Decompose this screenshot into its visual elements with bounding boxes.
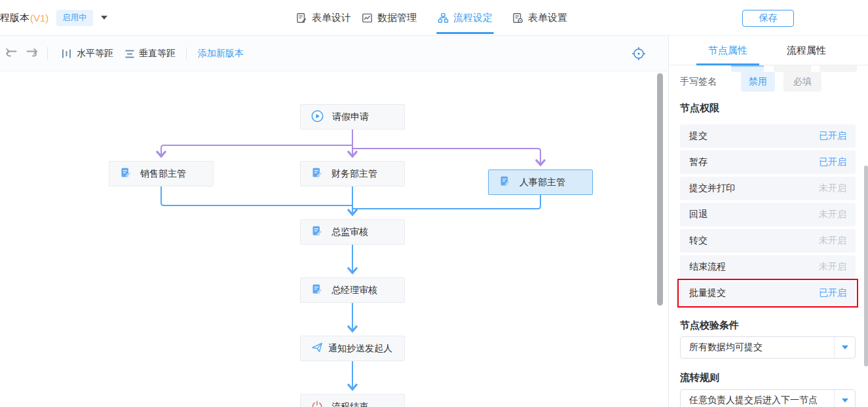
save-button[interactable]: 保存 [742,10,794,27]
node-label: 通知抄送发起人 [328,343,392,355]
tab-label: 表单设计 [312,12,351,24]
signature-disabled-button[interactable]: 禁用 [741,72,775,92]
flow-rule-select[interactable]: 任意负责人提交后进入下一节点 [680,389,856,407]
tab-data-management[interactable]: 数据管理 [362,0,417,35]
data-chart-icon [362,12,373,24]
node-gm-review[interactable]: 总经理审核 [300,277,405,303]
panel-tab-label: 节点属性 [708,44,747,57]
node-end[interactable]: 流程结束 [300,394,405,407]
version-title: 程版本 [0,12,29,24]
properties-panel: 节点属性 流程属性 手写签名 禁用 必填 节点权限 提交 已开启 暂存 已开启 … [668,36,868,407]
tab-node-properties[interactable]: 节点属性 [708,36,747,65]
vertical-spacing-label[interactable]: 垂直等距 [139,36,176,71]
toolbar-divider [186,47,187,60]
flow-rule-value: 任意负责人提交后进入下一节点 [689,395,818,406]
perm-row-save-draft[interactable]: 暂存 已开启 [680,150,856,174]
node-label: 财务部主管 [331,168,377,180]
canvas-toolbar: 水平等距 垂直等距 添加新版本 100% [0,36,668,71]
perm-label: 结束流程 [689,261,726,273]
panel-tab-label: 流程属性 [787,44,826,57]
perm-label: 回退 [689,209,708,221]
node-finance-manager[interactable]: 财务部主管 [300,161,405,186]
perm-label: 提交 [689,130,708,142]
power-icon [311,400,323,407]
node-label: 流程结束 [331,401,368,407]
form-design-icon [296,12,307,24]
perm-label: 批量提交 [689,287,726,299]
perm-label: 提交并打印 [689,183,735,194]
toolbar-divider [47,47,48,60]
node-notify-cc[interactable]: 通知抄送发起人 [300,336,405,361]
chevron-down-icon [842,345,848,349]
node-director-review[interactable]: 总监审核 [300,219,405,245]
vertical-spacing-icon[interactable] [124,36,135,71]
flow-canvas[interactable]: 请假申请 销售部主管 财务部主管 人事部主管 总监审核 [0,71,668,407]
perm-row-rollback[interactable]: 回退 未开启 [680,203,856,226]
tab-form-design[interactable]: 表单设计 [296,0,351,35]
status-badge: 启用中 [56,10,93,26]
doc-edit-icon [311,167,323,181]
version-selector[interactable]: 程版本(V1) 启用中 [0,0,107,35]
perm-status: 未开启 [819,183,846,194]
tab-label: 表单设置 [528,12,567,24]
workflow-designer-app: 程版本(V1) 启用中 表单设计 数据管理 流程设定 表单设 [0,0,868,407]
form-gear-icon [512,12,523,24]
partial-button[interactable] [731,65,764,72]
perm-status: 未开启 [819,235,846,247]
node-label: 总经理审核 [331,285,377,296]
version-tag: (V1) [30,12,48,24]
perm-row-submit[interactable]: 提交 已开启 [680,124,856,148]
add-version-link[interactable]: 添加新版本 [198,36,244,71]
node-permissions-title: 节点权限 [680,102,719,115]
tab-flow-settings[interactable]: 流程设定 [438,0,493,35]
perm-status: 已开启 [819,287,846,299]
node-label: 请假申请 [332,111,369,123]
perm-status: 未开启 [819,261,846,273]
tab-label: 流程设定 [453,12,493,24]
node-hr-manager[interactable]: 人事部主管 [488,169,593,195]
perm-row-submit-print[interactable]: 提交并打印 未开启 [680,177,856,200]
doc-edit-icon [311,225,323,239]
node-label: 销售部主管 [140,168,186,180]
node-label: 人事部主管 [519,177,565,188]
tab-flow-properties[interactable]: 流程属性 [787,36,826,65]
doc-edit-icon [120,167,132,181]
perm-label: 转交 [689,235,708,247]
node-sales-manager[interactable]: 销售部主管 [109,161,214,186]
handwritten-signature-row: 手写签名 禁用 必填 [680,72,857,92]
validation-value: 所有数据均可提交 [689,342,763,353]
perm-row-end-flow[interactable]: 结束流程 未开启 [680,255,856,279]
flow-rule-title: 流转规则 [680,372,719,384]
caret-zone [834,337,855,358]
panel-tab-bar: 节点属性 流程属性 [669,36,868,65]
chevron-down-icon[interactable] [101,16,107,20]
top-bar: 程版本(V1) 启用中 表单设计 数据管理 流程设定 表单设 [0,0,868,36]
signature-required-button[interactable]: 必填 [783,72,821,92]
flowchart-icon [438,12,449,24]
tab-form-settings[interactable]: 表单设置 [512,0,567,35]
play-icon [311,110,324,124]
perm-row-transfer[interactable]: 转交 未开启 [680,229,856,253]
canvas-vertical-scrollbar[interactable] [657,73,663,306]
panel-vertical-scrollbar[interactable] [864,166,868,366]
perm-status: 已开启 [819,156,846,168]
horizontal-spacing-icon[interactable] [62,36,71,71]
chevron-down-icon [842,398,848,402]
partial-button[interactable] [820,65,857,72]
node-label: 总监审核 [331,226,368,238]
caret-zone [834,390,855,407]
signature-label: 手写签名 [680,76,717,88]
perm-status: 已开启 [819,130,846,142]
locate-target-icon[interactable] [631,36,647,71]
tab-label: 数据管理 [377,12,417,24]
redo-icon[interactable] [24,36,38,71]
horizontal-spacing-label[interactable]: 水平等距 [77,36,113,71]
validation-title: 节点校验条件 [680,319,739,332]
node-start[interactable]: 请假申请 [300,104,405,130]
send-icon [311,342,323,355]
perm-row-batch-submit[interactable]: 批量提交 已开启 [680,281,856,305]
undo-icon[interactable] [5,36,20,71]
validation-select[interactable]: 所有数据均可提交 [680,336,856,359]
partial-button[interactable] [774,65,811,72]
doc-edit-icon [499,175,511,189]
